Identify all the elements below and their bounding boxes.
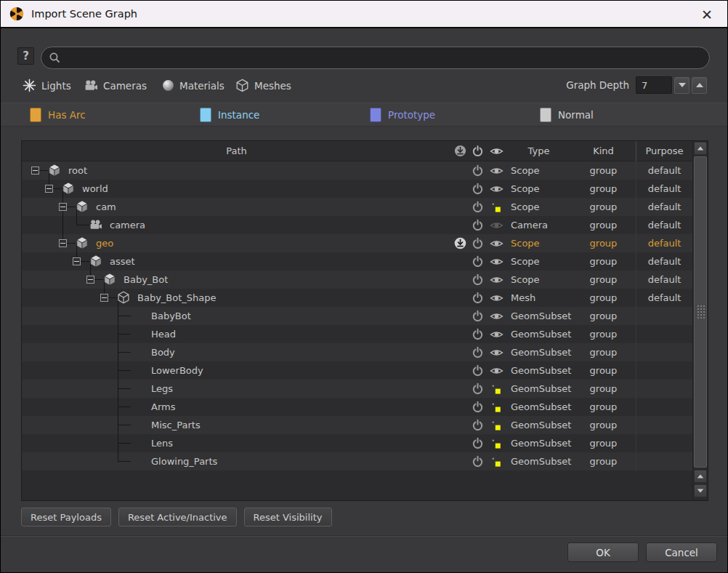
table-row[interactable]: HeadGeomSubsetgroup xyxy=(22,325,692,343)
reset-visibility-button[interactable]: Reset Visibility xyxy=(244,508,332,526)
active-toggle-icon[interactable] xyxy=(469,161,486,180)
reset-payloads-button[interactable]: Reset Payloads xyxy=(21,508,111,526)
active-toggle-icon[interactable] xyxy=(469,361,486,380)
payload-icon[interactable] xyxy=(451,234,469,252)
table-row[interactable]: LegsGeomSubsetgroup xyxy=(22,380,692,398)
table-row[interactable]: Baby_BotScopegroupdefault xyxy=(22,271,692,289)
active-toggle-icon[interactable] xyxy=(469,289,486,307)
graph-depth-decrement-button[interactable] xyxy=(674,77,689,94)
search-bar[interactable] xyxy=(41,47,710,69)
graph-depth-field[interactable] xyxy=(636,76,672,94)
active-toggle-icon[interactable] xyxy=(469,434,486,452)
legend-label: Instance xyxy=(218,109,259,121)
reset-active-inactive-button[interactable]: Reset Active/Inactive xyxy=(118,508,237,526)
expand-toggle[interactable] xyxy=(86,276,94,284)
cancel-button[interactable]: Cancel xyxy=(646,542,717,562)
visibility-eye-icon[interactable] xyxy=(486,343,506,361)
column-header-path[interactable]: Path xyxy=(22,145,451,156)
visibility-hidden-icon[interactable] xyxy=(486,198,506,216)
filter-cameras[interactable]: Cameras xyxy=(84,76,147,95)
column-header-kind[interactable]: Kind xyxy=(571,145,636,156)
active-toggle-icon[interactable] xyxy=(469,198,486,216)
path-cell: geo xyxy=(22,234,451,252)
minus-glyph xyxy=(102,297,107,298)
table-row[interactable]: geoScopegroupdefault xyxy=(22,234,692,252)
expand-toggle[interactable] xyxy=(59,239,67,247)
table-row[interactable]: ArmsGeomSubsetgroup xyxy=(22,398,692,416)
search-input[interactable] xyxy=(61,52,702,64)
filter-materials[interactable]: Materials xyxy=(162,76,225,95)
active-toggle-icon[interactable] xyxy=(469,234,486,252)
visibility-eye-icon[interactable] xyxy=(486,161,506,180)
type-cell: Scope xyxy=(506,201,571,212)
close-icon[interactable]: ✕ xyxy=(697,4,717,25)
active-toggle-icon[interactable] xyxy=(469,271,486,289)
visibility-hidden-icon[interactable] xyxy=(486,416,506,434)
table-row[interactable]: LensGeomSubsetgroup xyxy=(22,434,692,452)
visibility-hidden-icon[interactable] xyxy=(486,380,506,398)
column-header-purpose[interactable]: Purpose xyxy=(636,141,692,161)
help-button[interactable]: ? xyxy=(17,47,34,65)
visibility-eye-icon[interactable] xyxy=(486,271,506,289)
ok-button[interactable]: OK xyxy=(567,542,639,562)
active-toggle-icon[interactable] xyxy=(469,380,486,398)
table-row[interactable]: assetScopegroupdefault xyxy=(22,252,692,271)
visibility-eye-icon[interactable] xyxy=(486,216,506,234)
visibility-hidden-icon[interactable] xyxy=(486,398,506,416)
visibility-column-icon[interactable] xyxy=(486,146,506,156)
table-row[interactable]: rootScopegroupdefault xyxy=(22,161,692,180)
scroll-up-button-bottom[interactable] xyxy=(694,470,707,483)
active-toggle-icon[interactable] xyxy=(469,325,486,343)
scroll-up-button[interactable] xyxy=(694,142,707,155)
scrollbar-thumb[interactable] xyxy=(694,156,707,468)
footer-divider xyxy=(1,535,727,537)
title-bar[interactable]: Import Scene Graph ✕ xyxy=(1,1,727,28)
visibility-hidden-icon[interactable] xyxy=(486,452,506,470)
expand-toggle[interactable] xyxy=(73,257,81,265)
active-toggle-icon[interactable] xyxy=(469,216,486,234)
filter-meshes[interactable]: Meshes xyxy=(235,76,291,95)
payload-column-icon[interactable] xyxy=(451,145,469,157)
node-label: Glowing_Parts xyxy=(151,452,217,470)
visibility-hidden-icon[interactable] xyxy=(486,434,506,452)
active-toggle-icon[interactable] xyxy=(469,452,486,470)
expand-toggle[interactable] xyxy=(100,294,108,302)
table-row[interactable]: Glowing_PartsGeomSubsetgroup xyxy=(22,452,692,470)
active-toggle-icon[interactable] xyxy=(469,180,486,198)
table-row[interactable]: Misc_PartsGeomSubsetgroup xyxy=(22,416,692,434)
legend-has-arc: Has Arc xyxy=(30,103,86,126)
node-label: Misc_Parts xyxy=(151,416,201,434)
expand-toggle[interactable] xyxy=(59,203,67,211)
visibility-eye-icon[interactable] xyxy=(486,307,506,325)
path-cell: Misc_Parts xyxy=(22,416,451,434)
active-column-icon[interactable] xyxy=(469,145,486,157)
graph-depth-increment-button[interactable] xyxy=(692,77,707,94)
table-row[interactable]: BabyBotGeomSubsetgroup xyxy=(22,307,692,325)
table-row[interactable]: camScopegroupdefault xyxy=(22,198,692,216)
visibility-eye-icon[interactable] xyxy=(486,361,506,380)
table-row[interactable]: cameraCameragroupdefault xyxy=(22,216,692,234)
vertical-scrollbar[interactable] xyxy=(692,141,708,500)
active-toggle-icon[interactable] xyxy=(469,398,486,416)
path-cell: Glowing_Parts xyxy=(22,452,451,470)
active-toggle-icon[interactable] xyxy=(469,252,486,271)
table-row[interactable]: BodyGeomSubsetgroup xyxy=(22,343,692,361)
visibility-eye-icon[interactable] xyxy=(486,289,506,307)
scroll-down-button[interactable] xyxy=(694,484,707,497)
active-toggle-icon[interactable] xyxy=(469,343,486,361)
filter-lights[interactable]: Lights xyxy=(23,76,71,95)
visibility-eye-icon[interactable] xyxy=(486,325,506,343)
node-label: geo xyxy=(96,234,113,252)
expand-toggle[interactable] xyxy=(45,185,53,193)
visibility-eye-icon[interactable] xyxy=(486,252,506,271)
table-row[interactable]: Baby_Bot_ShapeMeshgroupdefault xyxy=(22,289,692,307)
active-toggle-icon[interactable] xyxy=(469,416,486,434)
expand-toggle[interactable] xyxy=(31,167,39,175)
visibility-eye-icon[interactable] xyxy=(486,180,506,198)
visibility-eye-icon[interactable] xyxy=(486,234,506,252)
purpose-cell: default xyxy=(636,271,692,289)
active-toggle-icon[interactable] xyxy=(469,307,486,325)
column-header-type[interactable]: Type xyxy=(506,145,571,156)
table-row[interactable]: LowerBodyGeomSubsetgroup xyxy=(22,361,692,380)
table-row[interactable]: worldScopegroupdefault xyxy=(22,180,692,198)
